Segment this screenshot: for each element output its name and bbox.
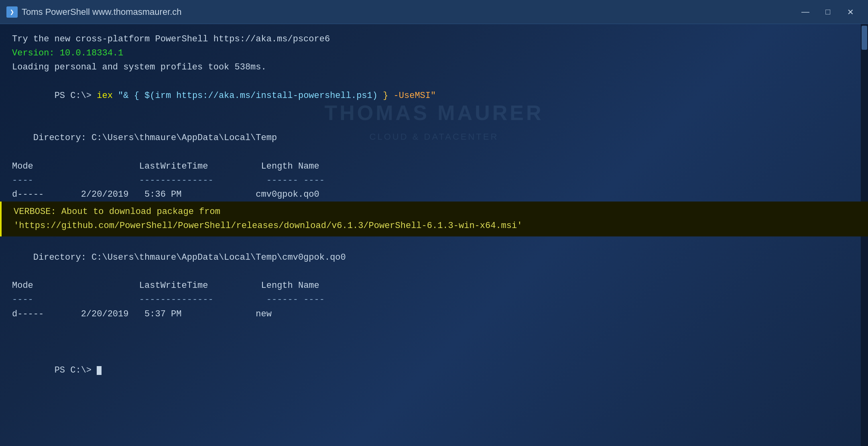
line-pscore: Try the new cross-platform PowerShell ht… (12, 32, 856, 46)
line-version: Version: 10.0.18334.1 (12, 46, 856, 60)
line-prompt2: PS C:\> (12, 349, 856, 392)
line-command: PS C:\> iex "& { $(irm https://aka.ms/in… (12, 75, 856, 117)
title-bar: ❯ Toms PowerShell www.thomasmaurer.ch — … (0, 0, 868, 24)
col2-mode: Mode (12, 281, 33, 291)
powershell-window: ❯ Toms PowerShell www.thomasmaurer.ch — … (0, 0, 868, 446)
col-lwt: LastWriteTime (139, 161, 208, 171)
sep2-length: ------ (266, 295, 298, 305)
scrollbar-thumb[interactable] (862, 26, 867, 50)
window-title: Toms PowerShell www.thomasmaurer.ch (22, 7, 182, 17)
maximize-button[interactable]: □ (817, 4, 839, 20)
col-length: Length (261, 161, 293, 171)
sep2-name: ---- (303, 295, 325, 305)
title-bar-left: ❯ Toms PowerShell www.thomasmaurer.ch (6, 6, 182, 18)
row2-mode: d----- (12, 309, 44, 319)
sep-mode: ---- (12, 175, 33, 185)
prompt2: PS C:\> (55, 365, 97, 375)
row2-time: 5:37 PM (144, 309, 181, 319)
table2-sep: ---- -------------- ------ ---- (12, 293, 856, 307)
row1-mode: d----- (12, 189, 44, 200)
sep-lwt: -------------- (139, 175, 213, 185)
cmd-string-open: "& { (118, 91, 144, 101)
verbose-bar: VERBOSE: About to download package from … (0, 202, 868, 236)
terminal-content: Try the new cross-platform PowerShell ht… (12, 32, 856, 392)
table1-sep: ---- -------------- ------ ---- (12, 173, 856, 187)
table1-header: Mode LastWriteTime Length Name (12, 159, 856, 173)
sep-name: ---- (303, 175, 325, 185)
minimize-button[interactable]: — (794, 4, 817, 20)
close-button[interactable]: ✕ (839, 4, 862, 20)
col-name: Name (298, 161, 319, 171)
terminal-area[interactable]: THOMAS MAURER CLOUD & DATACENTER Try the… (0, 24, 868, 446)
row2-date: 2/20/2019 (81, 309, 129, 319)
blank5 (12, 321, 856, 335)
dir-label1: Directory: C:\Users\thmaure\AppData\Loca… (12, 131, 856, 145)
blank1 (12, 117, 856, 131)
row1-time: 5:36 PM (144, 189, 181, 200)
dir-label2: Directory: C:\Users\thmaure\AppData\Loca… (12, 250, 856, 265)
cmd-close-brace: } (378, 91, 388, 101)
col2-length: Length (261, 281, 293, 291)
blank6 (12, 335, 856, 349)
window-controls: — □ ✕ (794, 4, 862, 20)
row2-name: new (256, 309, 272, 319)
cmd-iex: iex (97, 91, 113, 101)
blank3 (12, 236, 856, 250)
col2-name: Name (298, 281, 319, 291)
verbose-line2: 'https://github.com/PowerShell/PowerShel… (14, 219, 856, 233)
cmd-irm: $(irm https://aka.ms/install-powershell.… (144, 91, 378, 101)
row1-name: cmv0gpok.qo0 (256, 189, 319, 200)
col-mode: Mode (12, 161, 33, 171)
table2-row1: d----- 2/20/2019 5:37 PM new (12, 307, 856, 321)
sep-length: ------ (266, 175, 298, 185)
cmd-param: -UseMSI" (388, 91, 436, 101)
row1-date: 2/20/2019 (81, 189, 129, 200)
table2-header: Mode LastWriteTime Length Name (12, 279, 856, 293)
verbose-line1: VERBOSE: About to download package from (14, 205, 856, 219)
prompt1: PS C:\> (55, 91, 97, 101)
cursor (97, 366, 102, 375)
blank2 (12, 145, 856, 159)
powershell-icon: ❯ (6, 6, 18, 18)
col2-lwt: LastWriteTime (139, 281, 208, 291)
sep2-lwt: -------------- (139, 295, 213, 305)
sep2-mode: ---- (12, 295, 33, 305)
table1-row1: d----- 2/20/2019 5:36 PM cmv0gpok.qo0 (12, 187, 856, 202)
cmd-space (113, 91, 118, 101)
blank4 (12, 265, 856, 279)
line-loading: Loading personal and system profiles too… (12, 60, 856, 74)
